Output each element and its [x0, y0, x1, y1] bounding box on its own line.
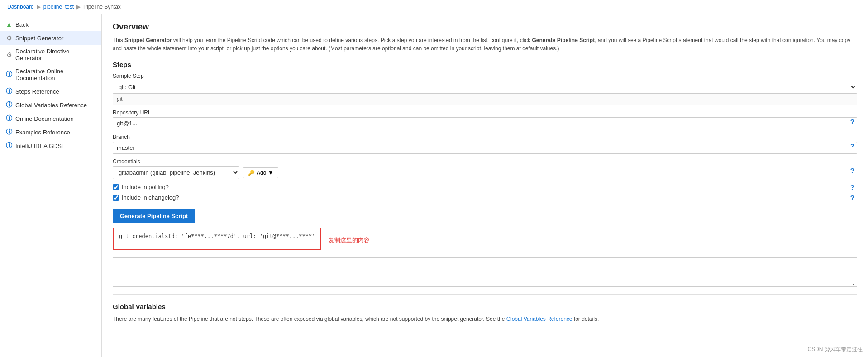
sample-step-label: Sample Step [113, 73, 857, 79]
sidebar-item-snippet-generator[interactable]: ⚙ Snippet Generator [0, 31, 101, 45]
help-icon-globalvars: ⓘ [5, 101, 13, 109]
sidebar-item-intellij[interactable]: ⓘ IntelliJ IDEA GDSL [0, 139, 101, 152]
breadcrumb-pipeline-test[interactable]: pipeline_test [43, 4, 74, 10]
divider [113, 294, 857, 295]
global-vars-text: There are many features of the Pipeline … [113, 315, 857, 323]
polling-checkbox[interactable] [113, 184, 119, 190]
generate-pipeline-script-button[interactable]: Generate Pipeline Script [113, 209, 195, 223]
repo-url-input[interactable] [113, 117, 857, 129]
repo-url-label: Repository URL [113, 109, 857, 116]
credentials-help-icon[interactable]: ? [850, 167, 854, 174]
polling-help-icon[interactable]: ? [850, 183, 854, 191]
overview-text-1: This [113, 37, 124, 43]
output-textarea[interactable] [113, 258, 857, 285]
sidebar-item-snippet-label: Snippet Generator [15, 35, 63, 42]
add-credentials-button[interactable]: 🔑 Add ▼ [243, 167, 278, 178]
gear-icon-snippet: ⚙ [5, 34, 13, 42]
overview-title: Overview [113, 22, 857, 32]
output-container: git credentialsId: 'fe****...****7d', ur… [113, 228, 321, 250]
credentials-field: Credentials gitlabadmin (gitlab_pipeline… [113, 158, 857, 179]
watermark: CSDN @风车带走过往 [807, 346, 863, 353]
credentials-select[interactable]: gitlabadmin (gitlab_pipeline_Jenkins) - … [113, 166, 239, 179]
gear-icon-directive: ⚙ [5, 51, 13, 58]
global-vars-title: Global Variables [113, 303, 857, 310]
overview-text-2: will help you learn the Pipeline Script … [172, 37, 532, 43]
sidebar-item-globalvars-label: Global Variables Reference [15, 102, 87, 109]
sidebar-item-directive-label: Declarative Directive Generator [15, 48, 96, 62]
sidebar: ▲ Back ⚙ Snippet Generator ⚙ Declarative… [0, 14, 102, 357]
key-icon: 🔑 [248, 170, 255, 176]
output-textarea-wrapper [113, 257, 857, 287]
breadcrumb-sep2: ▶ [76, 4, 81, 10]
overview-bold2: Generate Pipeline Script [532, 37, 595, 43]
overview-bold: Snippet Generator [124, 37, 172, 43]
branch-label: Branch [113, 134, 857, 140]
repo-url-field: Repository URL ? [113, 109, 857, 129]
changelog-label[interactable]: Include in changelog? [122, 194, 179, 201]
sidebar-item-global-vars[interactable]: ⓘ Global Variables Reference [0, 98, 101, 112]
back-icon: ▲ [5, 21, 13, 28]
main-content: Overview This Snippet Generator will hel… [102, 14, 868, 357]
sidebar-item-declarative-docs[interactable]: ⓘ Declarative Online Documentation [0, 65, 101, 85]
help-icon-examples: ⓘ [5, 129, 13, 136]
help-icon-intellij: ⓘ [5, 142, 13, 149]
global-vars-link[interactable]: Global Variables Reference [506, 316, 572, 322]
breadcrumb-dashboard[interactable]: Dashboard [7, 4, 34, 10]
step-name-display: git [113, 94, 857, 105]
breadcrumb-current: Pipeline Syntax [83, 4, 121, 10]
add-chevron-icon: ▼ [268, 170, 273, 176]
sidebar-item-online-docs[interactable]: ⓘ Online Documentation [0, 112, 101, 125]
sidebar-item-docs-label: Declarative Online Documentation [15, 68, 96, 81]
sidebar-item-intellij-label: IntelliJ IDEA GDSL [15, 143, 65, 149]
changelog-checkbox-row: Include in changelog? ? [113, 194, 857, 201]
changelog-checkbox[interactable] [113, 195, 119, 201]
branch-help-icon[interactable]: ? [850, 142, 854, 150]
sidebar-item-steps-label: Steps Reference [15, 88, 59, 95]
branch-field: Branch ? [113, 134, 857, 154]
sample-step-select[interactable]: git: Git checkout: Check out from versio… [113, 81, 857, 94]
polling-checkbox-row: Include in polling? ? [113, 184, 857, 190]
polling-label[interactable]: Include in polling? [122, 184, 169, 190]
sample-step-field: Sample Step git: Git checkout: Check out… [113, 73, 857, 105]
help-icon-onlinedocs: ⓘ [5, 115, 13, 122]
sidebar-item-onlinedocs-label: Online Documentation [15, 115, 74, 122]
output-code: git credentialsId: 'fe****...****7d', ur… [119, 233, 315, 239]
credentials-label: Credentials [113, 158, 857, 165]
sidebar-item-examples[interactable]: ⓘ Examples Reference [0, 125, 101, 139]
output-row: git credentialsId: 'fe****...****7d', ur… [113, 228, 857, 253]
sidebar-item-back[interactable]: ▲ Back [0, 18, 101, 31]
breadcrumb: Dashboard ▶ pipeline_test ▶ Pipeline Syn… [0, 0, 868, 14]
help-icon-docs: ⓘ [5, 71, 13, 78]
help-icon-steps: ⓘ [5, 88, 13, 95]
sidebar-item-back-label: Back [15, 21, 29, 28]
changelog-help-icon[interactable]: ? [850, 194, 854, 201]
sidebar-item-declarative-directive[interactable]: ⚙ Declarative Directive Generator [0, 45, 101, 65]
sidebar-item-steps-reference[interactable]: ⓘ Steps Reference [0, 85, 101, 98]
branch-input[interactable] [113, 142, 857, 154]
breadcrumb-sep1: ▶ [37, 4, 41, 10]
copy-hint: 复制这里的内容 [329, 236, 370, 244]
credentials-row: gitlabadmin (gitlab_pipeline_Jenkins) - … [113, 166, 857, 179]
overview-text: This Snippet Generator will help you lea… [113, 36, 857, 52]
steps-title: Steps [113, 61, 857, 68]
sidebar-item-examples-label: Examples Reference [15, 129, 70, 136]
repo-url-help-icon[interactable]: ? [850, 118, 854, 125]
